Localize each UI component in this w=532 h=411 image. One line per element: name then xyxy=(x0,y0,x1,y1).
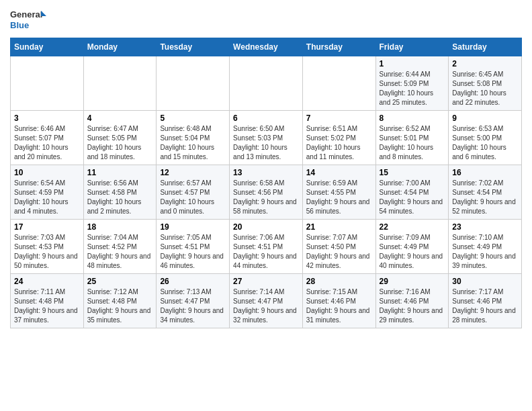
week-row-1: 1Sunrise: 6:44 AM Sunset: 5:09 PM Daylig… xyxy=(11,56,522,111)
day-number: 13 xyxy=(233,168,299,177)
calendar-cell xyxy=(83,56,157,111)
day-info: Sunrise: 7:03 AM Sunset: 4:53 PM Dayligh… xyxy=(14,233,80,271)
day-number: 22 xyxy=(380,222,445,232)
calendar-cell: 13Sunrise: 6:58 AM Sunset: 4:56 PM Dayli… xyxy=(230,165,303,220)
calendar-cell: 23Sunrise: 7:10 AM Sunset: 4:49 PM Dayli… xyxy=(449,220,522,274)
day-info: Sunrise: 7:14 AM Sunset: 4:47 PM Dayligh… xyxy=(233,287,299,325)
day-info: Sunrise: 6:52 AM Sunset: 5:01 PM Dayligh… xyxy=(380,124,445,162)
calendar-cell: 6Sunrise: 6:50 AM Sunset: 5:03 PM Daylig… xyxy=(230,111,303,165)
calendar-cell: 24Sunrise: 7:11 AM Sunset: 4:48 PM Dayli… xyxy=(11,274,84,328)
calendar-cell: 4Sunrise: 6:47 AM Sunset: 5:05 PM Daylig… xyxy=(83,111,157,165)
week-row-4: 17Sunrise: 7:03 AM Sunset: 4:53 PM Dayli… xyxy=(11,220,522,274)
calendar-cell: 21Sunrise: 7:07 AM Sunset: 4:50 PM Dayli… xyxy=(302,220,375,274)
day-info: Sunrise: 7:10 AM Sunset: 4:49 PM Dayligh… xyxy=(452,233,518,271)
day-number: 27 xyxy=(233,277,299,286)
col-header-wednesday: Wednesday xyxy=(230,38,303,56)
day-number: 8 xyxy=(380,113,445,123)
day-info: Sunrise: 7:02 AM Sunset: 4:54 PM Dayligh… xyxy=(452,179,518,216)
day-info: Sunrise: 7:04 AM Sunset: 4:52 PM Dayligh… xyxy=(87,233,153,271)
day-info: Sunrise: 6:54 AM Sunset: 4:59 PM Dayligh… xyxy=(14,179,80,216)
calendar-cell: 22Sunrise: 7:09 AM Sunset: 4:49 PM Dayli… xyxy=(375,220,449,274)
day-number: 6 xyxy=(233,113,299,123)
col-header-tuesday: Tuesday xyxy=(157,38,230,56)
day-number: 7 xyxy=(306,113,372,123)
day-info: Sunrise: 7:15 AM Sunset: 4:46 PM Dayligh… xyxy=(306,287,372,325)
calendar-cell: 30Sunrise: 7:17 AM Sunset: 4:46 PM Dayli… xyxy=(449,274,522,328)
day-number: 11 xyxy=(87,168,153,177)
day-number: 28 xyxy=(306,277,372,286)
day-info: Sunrise: 7:11 AM Sunset: 4:48 PM Dayligh… xyxy=(14,287,80,325)
calendar-cell: 18Sunrise: 7:04 AM Sunset: 4:52 PM Dayli… xyxy=(83,220,157,274)
calendar-cell xyxy=(11,56,84,111)
col-header-saturday: Saturday xyxy=(449,38,522,56)
day-number: 15 xyxy=(380,168,445,177)
day-info: Sunrise: 6:58 AM Sunset: 4:56 PM Dayligh… xyxy=(233,179,299,216)
col-header-sunday: Sunday xyxy=(11,38,84,56)
col-header-friday: Friday xyxy=(375,38,449,56)
day-number: 1 xyxy=(380,59,445,68)
calendar-cell: 20Sunrise: 7:06 AM Sunset: 4:51 PM Dayli… xyxy=(230,220,303,274)
day-info: Sunrise: 6:51 AM Sunset: 5:02 PM Dayligh… xyxy=(306,124,372,162)
calendar-table: SundayMondayTuesdayWednesdayThursdayFrid… xyxy=(10,38,522,328)
calendar-cell: 2Sunrise: 6:45 AM Sunset: 5:08 PM Daylig… xyxy=(449,56,522,111)
day-info: Sunrise: 6:47 AM Sunset: 5:05 PM Dayligh… xyxy=(87,124,153,162)
day-number: 10 xyxy=(14,168,80,177)
day-number: 3 xyxy=(14,113,80,123)
page-header: General Blue xyxy=(10,7,522,32)
day-number: 12 xyxy=(160,168,226,177)
day-number: 24 xyxy=(14,277,80,286)
svg-text:Blue: Blue xyxy=(10,20,29,30)
calendar-cell: 9Sunrise: 6:53 AM Sunset: 5:00 PM Daylig… xyxy=(449,111,522,165)
header-row: SundayMondayTuesdayWednesdayThursdayFrid… xyxy=(11,38,522,56)
day-number: 5 xyxy=(160,113,226,123)
day-number: 20 xyxy=(233,222,299,232)
calendar-cell: 12Sunrise: 6:57 AM Sunset: 4:57 PM Dayli… xyxy=(157,165,230,220)
day-number: 26 xyxy=(160,277,226,286)
day-number: 29 xyxy=(380,277,445,286)
day-number: 16 xyxy=(452,168,518,177)
calendar-cell: 1Sunrise: 6:44 AM Sunset: 5:09 PM Daylig… xyxy=(375,56,449,111)
day-number: 4 xyxy=(87,113,153,123)
week-row-3: 10Sunrise: 6:54 AM Sunset: 4:59 PM Dayli… xyxy=(11,165,522,220)
svg-marker-2 xyxy=(41,11,46,16)
day-number: 9 xyxy=(452,113,518,123)
day-info: Sunrise: 6:59 AM Sunset: 4:55 PM Dayligh… xyxy=(306,179,372,216)
calendar-cell: 14Sunrise: 6:59 AM Sunset: 4:55 PM Dayli… xyxy=(302,165,375,220)
calendar-cell: 11Sunrise: 6:56 AM Sunset: 4:58 PM Dayli… xyxy=(83,165,157,220)
day-info: Sunrise: 7:07 AM Sunset: 4:50 PM Dayligh… xyxy=(306,233,372,271)
week-row-5: 24Sunrise: 7:11 AM Sunset: 4:48 PM Dayli… xyxy=(11,274,522,328)
calendar-cell xyxy=(157,56,230,111)
calendar-cell: 28Sunrise: 7:15 AM Sunset: 4:46 PM Dayli… xyxy=(302,274,375,328)
logo: General Blue xyxy=(10,7,47,32)
day-info: Sunrise: 6:48 AM Sunset: 5:04 PM Dayligh… xyxy=(160,124,226,162)
day-info: Sunrise: 7:06 AM Sunset: 4:51 PM Dayligh… xyxy=(233,233,299,271)
week-row-2: 3Sunrise: 6:46 AM Sunset: 5:07 PM Daylig… xyxy=(11,111,522,165)
day-info: Sunrise: 6:50 AM Sunset: 5:03 PM Dayligh… xyxy=(233,124,299,162)
day-info: Sunrise: 7:17 AM Sunset: 4:46 PM Dayligh… xyxy=(452,287,518,325)
day-number: 18 xyxy=(87,222,153,232)
day-info: Sunrise: 7:16 AM Sunset: 4:46 PM Dayligh… xyxy=(380,287,445,325)
day-info: Sunrise: 6:46 AM Sunset: 5:07 PM Dayligh… xyxy=(14,124,80,162)
logo-svg: General Blue xyxy=(10,7,47,32)
calendar-cell xyxy=(302,56,375,111)
calendar-cell: 5Sunrise: 6:48 AM Sunset: 5:04 PM Daylig… xyxy=(157,111,230,165)
calendar-cell: 29Sunrise: 7:16 AM Sunset: 4:46 PM Dayli… xyxy=(375,274,449,328)
day-number: 19 xyxy=(160,222,226,232)
day-number: 14 xyxy=(306,168,372,177)
day-info: Sunrise: 7:13 AM Sunset: 4:47 PM Dayligh… xyxy=(160,287,226,325)
day-number: 21 xyxy=(306,222,372,232)
day-info: Sunrise: 7:09 AM Sunset: 4:49 PM Dayligh… xyxy=(380,233,445,271)
calendar-cell: 26Sunrise: 7:13 AM Sunset: 4:47 PM Dayli… xyxy=(157,274,230,328)
day-info: Sunrise: 6:53 AM Sunset: 5:00 PM Dayligh… xyxy=(452,124,518,162)
day-info: Sunrise: 7:12 AM Sunset: 4:48 PM Dayligh… xyxy=(87,287,153,325)
calendar-cell: 7Sunrise: 6:51 AM Sunset: 5:02 PM Daylig… xyxy=(302,111,375,165)
day-number: 30 xyxy=(452,277,518,286)
calendar-cell: 15Sunrise: 7:00 AM Sunset: 4:54 PM Dayli… xyxy=(375,165,449,220)
calendar-cell: 8Sunrise: 6:52 AM Sunset: 5:01 PM Daylig… xyxy=(375,111,449,165)
day-number: 23 xyxy=(452,222,518,232)
day-info: Sunrise: 7:05 AM Sunset: 4:51 PM Dayligh… xyxy=(160,233,226,271)
col-header-monday: Monday xyxy=(83,38,157,56)
day-info: Sunrise: 6:45 AM Sunset: 5:08 PM Dayligh… xyxy=(452,70,518,107)
col-header-thursday: Thursday xyxy=(302,38,375,56)
calendar-cell: 3Sunrise: 6:46 AM Sunset: 5:07 PM Daylig… xyxy=(11,111,84,165)
